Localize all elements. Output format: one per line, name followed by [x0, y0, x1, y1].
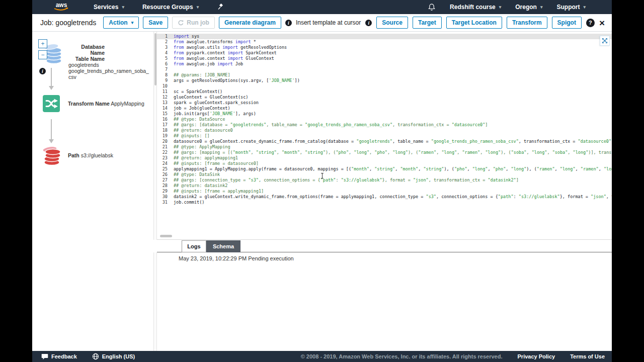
line-number: 20 — [157, 139, 174, 144]
code-line[interactable]: 3from awsglue.utils import getResolvedOp… — [157, 45, 612, 50]
code-line[interactable]: 6from awsglue.job import Job — [157, 61, 612, 67]
datasink-node-icon[interactable] — [42, 143, 62, 166]
aws-logo[interactable]: aws — [52, 1, 70, 14]
line-number: 31 — [157, 200, 174, 205]
scrollbar-thumb[interactable] — [154, 33, 156, 85]
nav-services[interactable]: Services ▾ — [94, 4, 124, 11]
line-number: 15 — [157, 111, 174, 117]
code-line[interactable]: 14job = Job(glueContext) — [157, 106, 612, 111]
run-job-button[interactable]: Run job — [172, 17, 215, 29]
source-template-button[interactable]: Source — [376, 17, 408, 29]
code-line[interactable]: 4from pyspark.context import SparkContex… — [157, 50, 612, 56]
info-icon[interactable]: i — [39, 68, 46, 74]
code-line[interactable]: 25applymapping1 = ApplyMapping.apply(fra… — [157, 166, 612, 172]
refresh-icon — [178, 20, 184, 26]
bottom-tabs: Logs Schema — [32, 240, 612, 252]
notifications-bell-icon[interactable] — [428, 3, 436, 11]
spigot-template-button[interactable]: Spigot — [552, 17, 582, 29]
code-line[interactable]: 8## @params: [JOB_NAME] — [157, 72, 612, 78]
nav-resource-groups[interactable]: Resource Groups ▾ — [142, 4, 199, 11]
code-line[interactable]: 16## @type: DataSource — [157, 117, 612, 122]
code-line[interactable]: 5from awsglue.context import GlueContext — [157, 56, 612, 61]
code-line[interactable]: 9args = getResolvedOptions(sys.argv, ['J… — [157, 78, 612, 83]
pin-icon[interactable] — [217, 4, 224, 11]
close-icon[interactable]: × — [599, 19, 605, 27]
line-number: 29 — [157, 189, 174, 194]
line-number: 4 — [157, 50, 174, 56]
code-line[interactable]: 2from awsglue.transforms import * — [157, 39, 612, 45]
code-line[interactable]: 19## @inputs: [] — [157, 133, 612, 139]
line-number: 12 — [157, 95, 174, 100]
line-number: 14 — [157, 106, 174, 111]
code-line[interactable]: 29## @inputs: [frame = applymapping1] — [157, 189, 612, 194]
target-location-template-button[interactable]: Target Location — [446, 17, 502, 29]
line-number: 11 — [157, 89, 174, 95]
code-line[interactable]: 23## @return: applymapping1 — [157, 155, 612, 161]
code-line[interactable]: 26## @type: DataSink — [157, 172, 612, 177]
code-line[interactable]: 20datasource0 = glueContext.create_dynam… — [157, 139, 612, 144]
tab-schema[interactable]: Schema — [206, 240, 240, 252]
account-menu[interactable]: Redshift course ▾ — [450, 4, 501, 11]
line-number: 19 — [157, 133, 174, 139]
feedback-button[interactable]: Feedback — [41, 353, 77, 360]
page-title: Job: googletrends — [40, 19, 96, 27]
zoom-in-button[interactable]: + — [38, 39, 47, 48]
code-line[interactable]: 11sc = SparkContext() — [157, 89, 612, 95]
chevron-down-icon: ▾ — [197, 5, 199, 10]
target-template-button[interactable]: Target — [413, 17, 442, 29]
line-number: 17 — [157, 122, 174, 128]
code-line[interactable]: 28## @return: datasink2 — [157, 183, 612, 189]
top-navigation-bar: aws Services ▾ Resource Groups ▾ — [32, 0, 612, 14]
insert-template-label: Insert template at cursor — [296, 19, 361, 26]
panel-scrollbar[interactable] — [153, 32, 157, 351]
code-line[interactable]: 22## @args: [mapping = [("month", "strin… — [157, 150, 612, 155]
copyright-text: © 2008 - 2019, Amazon Web Services, Inc.… — [301, 353, 503, 359]
feedback-bubble-icon — [41, 353, 48, 360]
line-number: 5 — [157, 56, 174, 61]
code-line[interactable]: 18## @return: datasource0 — [157, 128, 612, 133]
line-number: 18 — [157, 128, 174, 133]
aws-console-window: aws Services ▾ Resource Groups ▾ — [32, 0, 612, 362]
code-line[interactable]: 31job.commit() — [157, 200, 612, 205]
tab-logs[interactable]: Logs — [182, 240, 206, 252]
privacy-policy-link[interactable]: Privacy Policy — [518, 353, 555, 359]
transform-template-button[interactable]: Transform — [507, 17, 547, 29]
script-editor[interactable]: 1import sys2from awsglue.transforms impo… — [157, 32, 612, 240]
info-icon[interactable]: i — [365, 20, 372, 26]
transform-node-icon[interactable] — [43, 95, 60, 112]
transform-node-label: Transform Name ApplyMapping — [68, 101, 144, 107]
line-number: 1 — [157, 34, 174, 39]
line-number: 2 — [157, 39, 174, 45]
code-line[interactable]: 17## @args: [database = "googletrends", … — [157, 122, 612, 128]
line-number: 25 — [157, 166, 174, 172]
zoom-out-button[interactable]: − — [38, 50, 47, 59]
code-line[interactable]: 13spark = glueContext.spark_session — [157, 100, 612, 106]
code-lines: 1import sys2from awsglue.transforms impo… — [157, 34, 612, 205]
code-line[interactable]: 15job.init(args['JOB_NAME'], args) — [157, 111, 612, 117]
flow-arrow-icon — [48, 67, 55, 91]
line-number: 16 — [157, 117, 174, 122]
code-line[interactable]: 12glueContext = GlueContext(sc) — [157, 95, 612, 100]
generate-diagram-button[interactable]: Generate diagram — [219, 17, 281, 29]
expand-editor-button[interactable] — [600, 36, 610, 46]
code-line[interactable]: 1import sys — [157, 34, 612, 39]
code-line[interactable]: 30datasink2 = glueContext.write_dynamic_… — [157, 194, 612, 200]
horizontal-scrollbar-thumb[interactable] — [160, 235, 172, 237]
info-icon[interactable]: i — [285, 20, 292, 26]
language-selector[interactable]: English (US) — [92, 353, 135, 360]
svg-text:aws: aws — [56, 2, 67, 9]
help-icon[interactable]: ? — [586, 19, 595, 27]
save-button[interactable]: Save — [143, 17, 168, 29]
code-line[interactable]: 27## @args: [connection_type = "s3", con… — [157, 177, 612, 183]
line-number: 13 — [157, 100, 174, 106]
chevron-down-icon: ▾ — [131, 20, 134, 25]
line-number: 3 — [157, 45, 174, 50]
region-menu[interactable]: Oregon ▾ — [515, 4, 542, 11]
code-line[interactable]: 10 — [157, 83, 612, 89]
support-menu[interactable]: Support ▾ — [556, 4, 586, 11]
action-button[interactable]: Action ▾ — [103, 17, 139, 29]
code-line[interactable]: 21## @type: ApplyMapping — [157, 144, 612, 150]
terms-of-use-link[interactable]: Terms of Use — [570, 353, 605, 359]
code-line[interactable]: 24## @inputs: [frame = datasource0] — [157, 161, 612, 166]
code-line[interactable]: 7 — [157, 67, 612, 72]
